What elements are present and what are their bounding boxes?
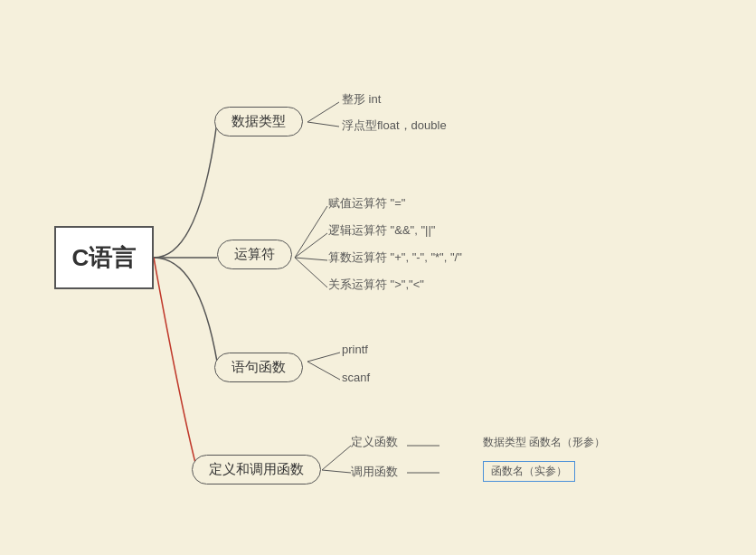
svg-line-0 [307,102,339,122]
branch-define-call-label: 定义和调用函数 [209,461,304,478]
call-func-detail: 函数名（实参） [483,461,575,482]
define-func-detail: 数据类型 函数名（形参） [483,435,605,450]
svg-line-3 [295,206,327,258]
leaf-scanf: scanf [342,371,370,384]
leaf-call-func: 调用函数 函数名（实参） [351,461,575,482]
root-label: C语言 [72,242,137,274]
svg-line-8 [307,362,340,380]
leaf-define-func: 定义函数 数据类型 函数名（形参） [351,434,605,450]
leaf-int: 整形 int [342,91,381,108]
root-node: C语言 [54,226,154,289]
leaf-printf: printf [342,343,368,356]
leaf-logic: 逻辑运算符 "&&", "||" [328,222,435,239]
branch-data-types: 数据类型 [214,107,303,136]
svg-line-6 [295,258,327,287]
svg-line-1 [307,122,339,127]
svg-line-7 [307,353,340,362]
svg-line-9 [322,446,351,470]
svg-line-5 [295,258,327,260]
branch-statement-func-label: 语句函数 [232,359,286,376]
svg-line-4 [295,233,327,258]
svg-line-10 [322,470,351,473]
leaf-assign: 赋值运算符 "=" [328,195,405,212]
leaf-float: 浮点型float，double [342,118,447,134]
leaf-relation: 关系运算符 ">","<" [328,277,424,293]
branch-operators: 运算符 [217,240,292,269]
branch-data-types-label: 数据类型 [232,113,286,130]
leaf-arith: 算数运算符 "+", "-", "*", "/" [328,249,462,266]
branch-define-call: 定义和调用函数 [192,455,321,484]
branch-statement-func: 语句函数 [214,353,303,382]
branch-operators-label: 运算符 [234,246,275,263]
